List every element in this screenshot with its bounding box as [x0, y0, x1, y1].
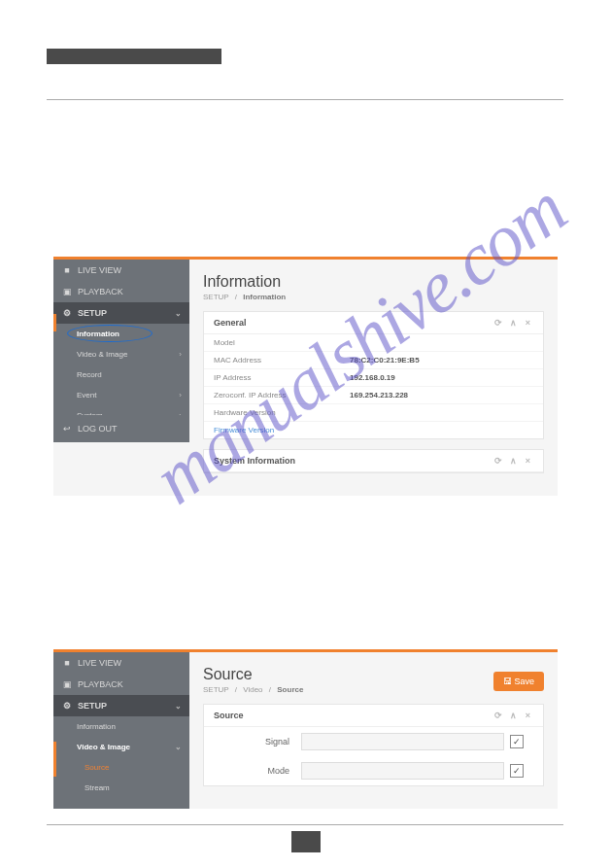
gear-icon: ⚙: [61, 701, 73, 711]
panel-header: Source ⟳ ∧ ×: [204, 705, 543, 727]
row-label: IP Address: [214, 373, 350, 382]
table-row: Model: [204, 334, 543, 352]
panel-header: System Information ⟳ ∧ ×: [204, 450, 543, 472]
page-tab-stub: [291, 831, 321, 852]
breadcrumb-root[interactable]: SETUP: [203, 293, 229, 301]
screenshot-source: ■ LIVE VIEW ▣ PLAYBACK ⚙ SETUP ⌄ Informa…: [53, 649, 558, 809]
form-label: Signal: [223, 737, 301, 746]
nav-playback[interactable]: ▣ PLAYBACK: [53, 281, 189, 302]
table-row: Firmware Version: [204, 422, 543, 438]
nav-label: SETUP: [78, 701, 107, 711]
chevron-right-icon: ›: [179, 350, 182, 359]
breadcrumb-current: Information: [243, 293, 286, 301]
row-value: 192.168.0.19: [350, 373, 395, 382]
signal-select[interactable]: [301, 733, 504, 750]
sidebar: ■ LIVE VIEW ▣ PLAYBACK ⚙ SETUP ⌄ Informa…: [53, 652, 189, 809]
sidebar-item-label: Source: [85, 763, 109, 772]
panel-general: General ⟳ ∧ × Model MAC Address 78:C2:C0…: [203, 311, 544, 439]
panel-title: General: [214, 318, 247, 328]
table-row: IP Address 192.168.0.19: [204, 369, 543, 387]
header-stub-bar: [47, 49, 221, 64]
sidebar-item-label: Record: [77, 370, 102, 379]
nav-live-view[interactable]: ■ LIVE VIEW: [53, 260, 189, 281]
nav-setup[interactable]: ⚙ SETUP ⌄: [53, 695, 189, 716]
breadcrumb-separator: /: [269, 685, 271, 694]
form-row-signal: Signal ✓: [204, 727, 543, 756]
active-indicator: [53, 742, 56, 777]
sidebar-item-video-image[interactable]: Video & Image ›: [53, 344, 189, 365]
breadcrumb-separator: /: [235, 685, 237, 694]
active-indicator: [53, 314, 56, 331]
breadcrumb: SETUP / Information: [203, 293, 558, 301]
mode-select[interactable]: [301, 762, 504, 780]
mode-checkbox[interactable]: ✓: [510, 764, 524, 778]
sidebar-item-information[interactable]: Information: [53, 324, 189, 344]
nav-setup[interactable]: ⚙ SETUP ⌄: [53, 302, 189, 324]
chevron-down-icon: ⌄: [175, 743, 182, 751]
bottom-divider: [47, 824, 563, 825]
breadcrumb-separator: /: [235, 293, 237, 301]
row-value: 169.254.213.228: [350, 391, 408, 399]
content-area: Information SETUP / Information General …: [189, 260, 558, 483]
sidebar-item-label: Video & Image: [77, 743, 130, 751]
nav-logout[interactable]: ↩ LOG OUT: [53, 415, 189, 439]
nav-label: LIVE VIEW: [78, 265, 121, 275]
row-label: Model: [214, 338, 350, 347]
sidebar: ■ LIVE VIEW ▣ PLAYBACK ⚙ SETUP ⌄ Informa…: [53, 260, 189, 415]
row-label: Hardware Version: [214, 408, 350, 417]
panel-title: Source: [214, 711, 244, 720]
row-label: Zeroconf. IP Address: [214, 391, 350, 399]
nav-label: LOG OUT: [78, 424, 118, 434]
breadcrumb-mid[interactable]: Video: [243, 685, 262, 694]
nav-live-view[interactable]: ■ LIVE VIEW: [53, 652, 189, 674]
row-label: MAC Address: [214, 356, 350, 365]
sidebar-item-video-image[interactable]: Video & Image ⌄: [53, 737, 189, 757]
nav-label: PLAYBACK: [78, 287, 123, 296]
nav-label: LIVE VIEW: [78, 658, 121, 668]
breadcrumb-root[interactable]: SETUP: [203, 685, 229, 694]
table-row: Hardware Version: [204, 404, 543, 422]
panel-controls[interactable]: ⟳ ∧ ×: [494, 456, 533, 466]
sidebar-item-stream[interactable]: Stream: [53, 778, 189, 798]
chevron-down-icon: ⌄: [175, 702, 182, 711]
form-row-mode: Mode ✓: [204, 756, 543, 785]
sidebar-item-information[interactable]: Information: [53, 716, 189, 737]
sidebar-item-source[interactable]: Source: [53, 757, 189, 778]
panel-title: System Information: [214, 456, 295, 466]
panel-controls[interactable]: ⟳ ∧ ×: [494, 711, 533, 720]
sidebar-logout-section: ↩ LOG OUT: [53, 415, 189, 442]
sidebar-item-record[interactable]: Record: [53, 365, 189, 385]
logout-icon: ↩: [61, 424, 73, 434]
panel-source: Source ⟳ ∧ × Signal ✓ Mode ✓: [203, 704, 544, 786]
sidebar-item-label: Information: [77, 330, 119, 338]
sidebar-item-label: Stream: [85, 783, 110, 792]
nav-label: PLAYBACK: [78, 679, 123, 689]
nav-playback[interactable]: ▣ PLAYBACK: [53, 674, 189, 695]
chevron-down-icon: ⌄: [175, 309, 182, 318]
sidebar-item-label: Information: [77, 722, 116, 731]
save-label: Save: [514, 677, 534, 686]
camera-icon: ■: [61, 658, 73, 668]
panel-header: General ⟳ ∧ ×: [204, 312, 543, 334]
play-icon: ▣: [61, 679, 73, 689]
row-label-link[interactable]: Firmware Version: [214, 426, 350, 434]
sidebar-item-event[interactable]: Event ›: [53, 385, 189, 405]
row-value: 78:C2:C0:21:9E:B5: [350, 356, 420, 365]
chevron-right-icon: ›: [179, 391, 182, 399]
play-icon: ▣: [61, 287, 73, 296]
breadcrumb-current: Source: [277, 685, 303, 694]
signal-checkbox[interactable]: ✓: [510, 735, 524, 748]
nav-label: SETUP: [78, 308, 107, 318]
sidebar-item-label: Event: [77, 391, 96, 399]
gear-icon: ⚙: [61, 308, 73, 318]
save-icon: 🖫: [503, 677, 512, 686]
top-divider: [47, 99, 563, 100]
camera-icon: ■: [61, 265, 73, 275]
form-label: Mode: [223, 766, 301, 776]
sidebar-item-label: Video & Image: [77, 350, 127, 359]
page-title: Information: [203, 273, 558, 291]
panel-controls[interactable]: ⟳ ∧ ×: [494, 318, 533, 328]
table-row: Zeroconf. IP Address 169.254.213.228: [204, 387, 543, 404]
screenshot-information: ■ LIVE VIEW ▣ PLAYBACK ⚙ SETUP ⌄ Informa…: [53, 257, 558, 496]
save-button[interactable]: 🖫 Save: [493, 672, 544, 691]
